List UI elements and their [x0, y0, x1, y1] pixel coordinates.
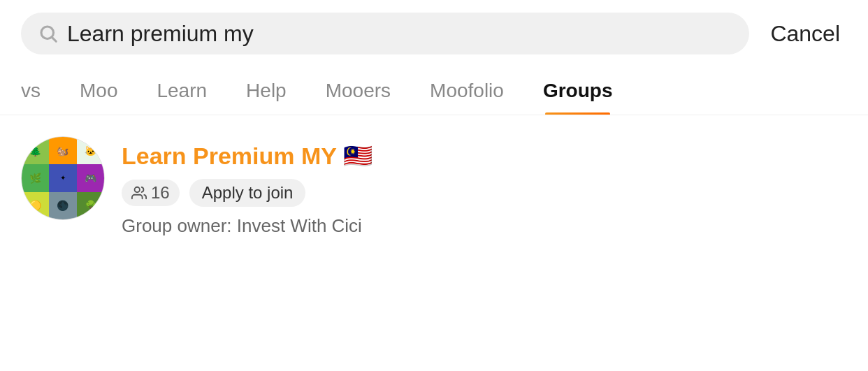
results-container: 🌲 🐿️ 🐱 🌿 ✦ 🎮 🟡 🌑	[0, 115, 868, 251]
svg-point-2	[135, 187, 140, 192]
tab-help[interactable]: Help	[226, 74, 306, 108]
tab-moo[interactable]: Moo	[60, 74, 137, 108]
tab-mooers[interactable]: Mooers	[306, 74, 410, 108]
avatar-cell-2: 🐿️	[49, 137, 76, 164]
group-list-item[interactable]: 🌲 🐿️ 🐱 🌿 ✦ 🎮 🟡 🌑	[21, 136, 847, 237]
search-bar-container: Learn premium my Cancel	[0, 0, 868, 67]
group-info: Learn Premium MY 🇲🇾 16 Apply to join Gro…	[122, 136, 372, 237]
avatar-cell-3: 🐱	[77, 137, 104, 164]
tab-moofolio[interactable]: Moofolio	[410, 74, 523, 108]
avatar-cell-8: 🌑	[49, 192, 76, 219]
group-owner: Group owner: Invest With Cici	[122, 215, 372, 237]
avatar-cell-5: ✦	[49, 164, 76, 191]
tabs-container: vs Moo Learn Help Mooers Moofolio Groups	[0, 67, 868, 115]
search-query-text: Learn premium my	[67, 22, 254, 45]
avatar-cell-6: 🎮	[77, 164, 104, 191]
group-name: Learn Premium MY 🇲🇾	[122, 142, 372, 170]
group-meta: 16 Apply to join	[122, 179, 372, 207]
apply-to-join-button[interactable]: Apply to join	[189, 179, 306, 207]
avatar-cell-4: 🌿	[22, 164, 49, 191]
tab-learn[interactable]: Learn	[137, 74, 226, 108]
flag-emoji: 🇲🇾	[343, 143, 372, 169]
tab-groups[interactable]: Groups	[523, 74, 632, 108]
member-count: 16	[151, 183, 170, 203]
cancel-button[interactable]: Cancel	[763, 21, 847, 47]
tab-news[interactable]: vs	[14, 74, 60, 108]
svg-line-1	[52, 38, 56, 41]
group-avatar: 🌲 🐿️ 🐱 🌿 ✦ 🎮 🟡 🌑	[21, 136, 105, 220]
person-icon	[131, 185, 147, 201]
members-badge: 16	[122, 180, 180, 206]
search-input-wrapper[interactable]: Learn premium my	[21, 13, 749, 54]
avatar-cell-1: 🌲	[22, 137, 49, 164]
avatar-cell-7: 🟡	[22, 192, 49, 219]
avatar-cell-9: 🌳	[77, 192, 104, 219]
search-icon	[38, 23, 59, 44]
